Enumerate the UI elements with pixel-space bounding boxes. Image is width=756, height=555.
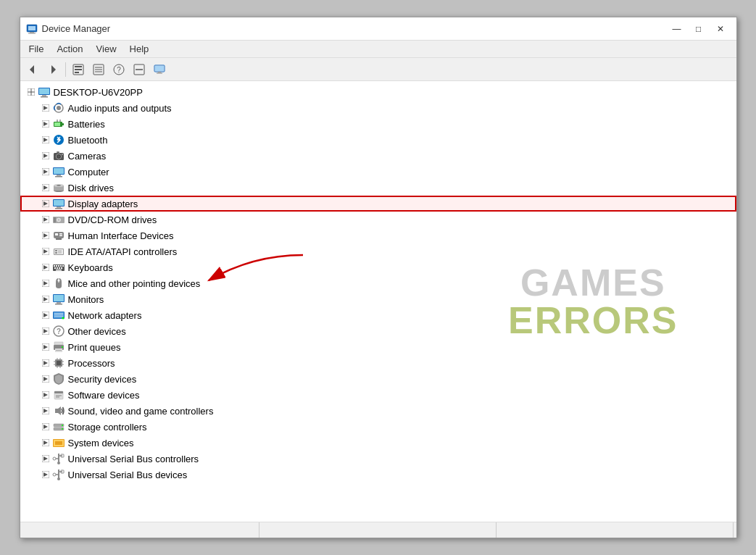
svg-marker-103 bbox=[43, 281, 48, 285]
storage-label: Storage controllers bbox=[68, 422, 147, 433]
tree-item-audio[interactable]: Audio inputs and outputs bbox=[20, 100, 736, 116]
menu-bar: File Action View Help bbox=[20, 41, 736, 58]
monitor-button[interactable] bbox=[150, 60, 169, 79]
tree-item-bluetooth[interactable]: Bluetooth bbox=[20, 132, 736, 148]
storage-expand-icon bbox=[41, 422, 51, 432]
audio-expand-icon bbox=[41, 103, 51, 113]
tree-item-batteries[interactable]: Batteries bbox=[20, 116, 736, 132]
svg-rect-28 bbox=[41, 96, 48, 98]
help-icon: ? bbox=[113, 64, 125, 75]
svg-rect-49 bbox=[57, 151, 59, 153]
properties-icon bbox=[72, 64, 84, 75]
cameras-expand-icon bbox=[41, 151, 51, 161]
app-icon bbox=[26, 23, 38, 35]
tree-item-usb-devices[interactable]: Universal Serial Bus devices bbox=[20, 467, 736, 483]
svg-marker-152 bbox=[43, 409, 48, 413]
svg-rect-75 bbox=[54, 217, 56, 222]
system-icon bbox=[52, 436, 65, 449]
computer-label: Computer bbox=[68, 167, 109, 178]
monitors-label: Monitors bbox=[68, 294, 104, 305]
collapse-button[interactable] bbox=[130, 60, 149, 79]
forward-button[interactable] bbox=[43, 60, 62, 79]
svg-marker-107 bbox=[43, 297, 48, 301]
usb-devices-expand-icon bbox=[41, 470, 51, 480]
svg-rect-68 bbox=[55, 208, 62, 209]
svg-rect-87 bbox=[55, 250, 57, 251]
svg-point-120 bbox=[62, 317, 64, 320]
keyboards-expand-icon bbox=[41, 262, 51, 272]
menu-action[interactable]: Action bbox=[51, 42, 88, 56]
tree-item-keyboards[interactable]: Keyboards bbox=[20, 259, 736, 275]
svg-rect-81 bbox=[59, 235, 62, 237]
svg-point-172 bbox=[53, 457, 56, 460]
network-expand-icon bbox=[41, 310, 51, 320]
tree-item-processors[interactable]: Processors bbox=[20, 355, 736, 371]
computer-icon bbox=[52, 165, 65, 178]
tree-item-dvd[interactable]: DVD/CD-ROM drives bbox=[20, 212, 736, 228]
svg-rect-99 bbox=[57, 267, 58, 269]
svg-marker-83 bbox=[43, 249, 48, 254]
svg-rect-21 bbox=[157, 72, 162, 73]
tree-item-disk[interactable]: Disk drives bbox=[20, 180, 736, 196]
tree-item-display[interactable]: Display adapters bbox=[20, 196, 736, 212]
audio-icon bbox=[52, 101, 65, 114]
other-icon: ? bbox=[52, 325, 65, 338]
tree-root[interactable]: DESKTOP-U6V20PP bbox=[20, 84, 736, 100]
device-manager-window: Device Manager — □ ✕ File Action View He… bbox=[20, 17, 737, 538]
tree-item-security[interactable]: Security devices bbox=[20, 371, 736, 387]
tree-item-usb-controllers[interactable]: Universal Serial Bus controllers bbox=[20, 451, 736, 467]
mice-icon bbox=[52, 277, 65, 290]
svg-rect-20 bbox=[158, 72, 161, 73]
help-button[interactable]: ? bbox=[109, 60, 128, 79]
tree-item-network[interactable]: Network adapters bbox=[20, 307, 736, 323]
tree-item-ide[interactable]: IDE ATA/ATAPI controllers bbox=[20, 243, 736, 259]
title-bar-left: Device Manager bbox=[26, 23, 111, 35]
tree-item-system[interactable]: System devices bbox=[20, 435, 736, 451]
tree-item-sound[interactable]: Sound, video and game controllers bbox=[20, 403, 736, 419]
tree-item-other[interactable]: ? Other devices bbox=[20, 323, 736, 339]
dvd-icon bbox=[52, 213, 65, 226]
properties-button[interactable] bbox=[69, 60, 88, 79]
tree-item-cameras[interactable]: Cameras bbox=[20, 148, 736, 164]
usb-devices-label: Universal Serial Bus devices bbox=[68, 470, 188, 480]
print-label: Print queues bbox=[68, 342, 121, 353]
dvd-expand-icon bbox=[41, 214, 51, 225]
tree-item-computer[interactable]: Computer bbox=[20, 164, 736, 180]
svg-rect-54 bbox=[54, 168, 64, 174]
list-icon bbox=[93, 64, 104, 75]
close-button[interactable]: ✕ bbox=[710, 21, 731, 37]
tree-item-print[interactable]: Print queues bbox=[20, 339, 736, 355]
tree-item-software[interactable]: Software devices bbox=[20, 387, 736, 403]
disk-icon bbox=[52, 181, 65, 194]
tree-item-storage[interactable]: Storage controllers bbox=[20, 419, 736, 435]
maximize-button[interactable]: □ bbox=[689, 21, 709, 37]
svg-marker-155 bbox=[43, 425, 48, 429]
svg-point-180 bbox=[53, 473, 56, 476]
svg-rect-2 bbox=[30, 32, 34, 33]
status-segment-3 bbox=[497, 522, 734, 538]
svg-text:?: ? bbox=[117, 66, 121, 74]
tree-item-mice[interactable]: Mice and other pointing devices bbox=[20, 275, 736, 291]
svg-marker-161 bbox=[43, 441, 48, 445]
hid-expand-icon bbox=[41, 230, 51, 241]
back-button[interactable] bbox=[23, 60, 42, 79]
svg-rect-111 bbox=[57, 302, 61, 304]
tree-item-hid[interactable]: Human Interface Devices bbox=[20, 228, 736, 243]
menu-view[interactable]: View bbox=[91, 42, 122, 56]
menu-file[interactable]: File bbox=[23, 42, 50, 56]
svg-marker-154 bbox=[55, 406, 61, 415]
security-expand-icon bbox=[41, 374, 51, 384]
menu-help[interactable]: Help bbox=[124, 42, 155, 56]
usb-controllers-expand-icon bbox=[41, 454, 51, 464]
status-segment-2 bbox=[259, 522, 497, 538]
audio-label: Audio inputs and outputs bbox=[68, 103, 172, 114]
ide-icon bbox=[52, 245, 65, 258]
display-label: Display adapters bbox=[68, 199, 138, 209]
keyboards-label: Keyboards bbox=[68, 262, 113, 273]
security-icon bbox=[52, 372, 65, 385]
list-button[interactable] bbox=[89, 60, 108, 79]
minimize-button[interactable]: — bbox=[667, 21, 687, 37]
tree-item-monitors[interactable]: Monitors bbox=[20, 291, 736, 307]
dvd-label: DVD/CD-ROM drives bbox=[68, 214, 157, 225]
root-icon bbox=[38, 85, 51, 99]
